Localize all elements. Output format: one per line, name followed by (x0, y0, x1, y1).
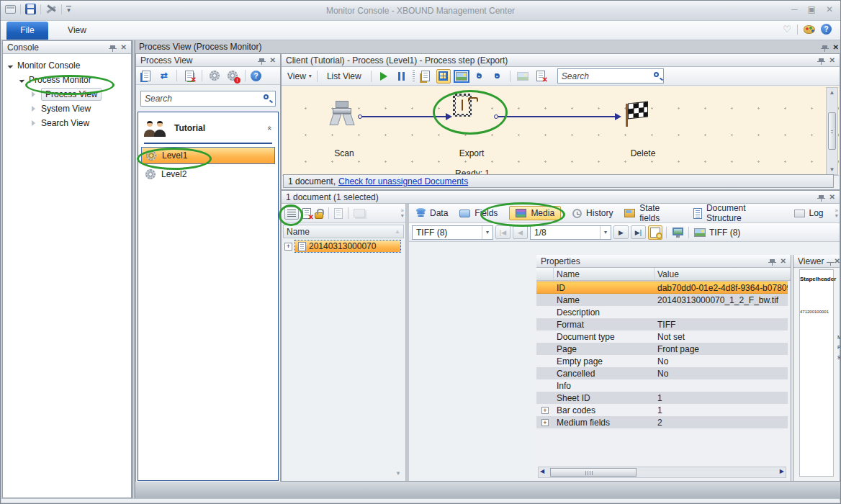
property-row[interactable]: Sheet ID1 (536, 392, 788, 404)
last-page-button[interactable]: ▶| (631, 225, 646, 239)
refresh-button[interactable]: ⇄ (157, 68, 171, 83)
pin-icon[interactable] (770, 259, 775, 263)
tree-item-monitor-console[interactable]: Monitor Console (3, 58, 131, 73)
close-icon[interactable]: ✕ (269, 56, 277, 64)
next-page-button[interactable]: ▶ (613, 225, 629, 239)
pin-icon[interactable] (819, 195, 824, 199)
tree-item-search-view[interactable]: Search View (3, 116, 131, 130)
first-page-button[interactable]: |◀ (495, 225, 511, 239)
heart-icon[interactable]: ♡ (783, 24, 791, 35)
scroll-up-icon[interactable]: ▲ (827, 89, 837, 96)
tab-data[interactable]: Data (416, 208, 448, 218)
expanded-arrow-icon[interactable] (19, 77, 25, 83)
value-column[interactable]: Value (655, 268, 791, 280)
tab-state-fields[interactable]: State fields (624, 203, 682, 223)
scroll-down-icon[interactable]: ▼ (827, 166, 837, 173)
collapse-chevron-icon[interactable]: « (266, 126, 274, 130)
list-view-button[interactable]: List View (323, 69, 366, 84)
process-item-level2[interactable]: Level2 (141, 166, 275, 183)
property-row[interactable]: Empty pageNo (536, 355, 788, 367)
palette-icon[interactable] (804, 25, 815, 34)
help-icon[interactable]: ? (251, 71, 261, 81)
property-row[interactable]: Info (536, 379, 788, 392)
close-icon[interactable]: ✕ (828, 56, 837, 64)
image-button[interactable] (516, 69, 530, 84)
monitor-view-button[interactable] (670, 225, 685, 240)
tree-item-process-view[interactable]: Process View (3, 87, 131, 102)
property-row[interactable]: Description (536, 306, 788, 318)
selected-document[interactable]: 20140313000070 (295, 240, 400, 252)
page-combobox[interactable]: 1/8▾ (530, 225, 611, 240)
property-row[interactable]: FormatTIFF (536, 318, 788, 330)
tree-item-system-view[interactable]: System View (3, 102, 131, 116)
properties-toggle-button[interactable] (648, 225, 662, 240)
toolbar-overflow-icon[interactable]: »▾ (401, 208, 405, 218)
step-search-input[interactable] (557, 68, 664, 84)
search-icon[interactable] (654, 72, 659, 77)
zoom-in-button[interactable]: + (472, 69, 487, 84)
list-view-icon[interactable] (284, 207, 299, 220)
close-icon[interactable]: ✕ (832, 43, 840, 51)
play-button[interactable] (377, 69, 391, 84)
collapsed-arrow-icon[interactable] (32, 106, 35, 112)
configure-process-button[interactable] (207, 68, 222, 83)
pin-icon[interactable] (822, 45, 827, 49)
delete-document-button[interactable] (534, 69, 548, 84)
tab-file[interactable]: File (6, 22, 48, 40)
scrollbar-thumb[interactable] (550, 468, 637, 477)
scroll-right-icon[interactable]: ▶ (780, 468, 784, 474)
tab-document-structure[interactable]: Document Structure (693, 203, 783, 223)
property-row[interactable]: Name20140313000070_1_2_F_bw.tif (536, 294, 788, 306)
search-icon[interactable] (264, 94, 269, 99)
diagram-vertical-scrollbar[interactable]: ▲ ▼ (826, 87, 838, 175)
sort-arrow-icon[interactable]: ▲ (395, 228, 400, 235)
property-row[interactable]: IDdab70dd0-01e2-4d8f-9364-b0780990d... (536, 282, 788, 294)
expand-icon[interactable]: + (541, 407, 549, 414)
remove-document-icon[interactable] (302, 208, 311, 219)
scrollbar-thumb[interactable] (828, 112, 836, 150)
tab-log[interactable]: Log (794, 208, 824, 218)
scan-step-icon[interactable] (330, 101, 354, 127)
name-column[interactable]: Name (554, 268, 655, 280)
collapsed-arrow-icon[interactable] (32, 91, 35, 97)
tab-media[interactable]: Media (509, 206, 561, 220)
close-icon[interactable]: ✕ (828, 193, 837, 201)
tiff-image-button[interactable] (693, 225, 707, 240)
document-row[interactable]: + 20140313000070 (284, 240, 400, 252)
properties-horizontal-scrollbar[interactable]: ◀ ▶ (538, 467, 786, 478)
scroll-left-icon[interactable]: ◀ (540, 468, 544, 474)
process-errors-button[interactable]: ! (225, 68, 240, 83)
minimize-button[interactable]: ─ (791, 4, 798, 14)
property-row[interactable]: Document typeNot set (536, 330, 788, 343)
zoom-out-button[interactable]: − (490, 69, 505, 84)
scroll-down-icon[interactable]: ▼ (395, 470, 401, 477)
name-column-header[interactable]: Name ▲ (283, 225, 404, 238)
expand-icon[interactable]: + (284, 243, 292, 251)
client-group-header[interactable]: Tutorial « (138, 112, 278, 141)
property-row[interactable]: +Bar codes1 (536, 404, 788, 416)
refresh-view-button[interactable] (139, 68, 153, 83)
tab-view[interactable]: View (57, 22, 97, 40)
tab-fields[interactable]: Fields (459, 208, 498, 218)
grid-view-button[interactable] (436, 69, 451, 84)
property-row[interactable]: PageFront page (536, 343, 788, 355)
close-icon[interactable]: ✕ (832, 257, 841, 265)
fit-to-window-button[interactable] (454, 69, 469, 84)
collapsed-arrow-icon[interactable] (32, 120, 35, 126)
restore-button[interactable]: ▣ (808, 4, 816, 14)
help-icon[interactable]: ? (821, 24, 832, 35)
lock-icon[interactable] (315, 212, 323, 219)
delete-step-icon[interactable] (624, 102, 650, 127)
close-icon[interactable]: ✕ (779, 257, 788, 265)
close-button[interactable]: ✕ (826, 4, 833, 14)
export-list-button[interactable] (182, 68, 197, 83)
export-step-selection[interactable] (453, 94, 472, 117)
pin-icon[interactable] (259, 58, 264, 62)
tabs-overflow-icon[interactable]: »▾ (835, 208, 840, 218)
pause-button[interactable] (395, 69, 409, 84)
close-icon[interactable]: ✕ (120, 43, 128, 51)
unassigned-documents-link[interactable]: Check for unassigned Documents (338, 176, 468, 186)
process-search-input[interactable] (140, 91, 276, 107)
process-flow-diagram[interactable]: Scan Export Delete Ready: 1 (282, 86, 839, 176)
document-preview-page[interactable]: Stapelheader 471200100001 Mandant:4712 P… (799, 269, 834, 477)
